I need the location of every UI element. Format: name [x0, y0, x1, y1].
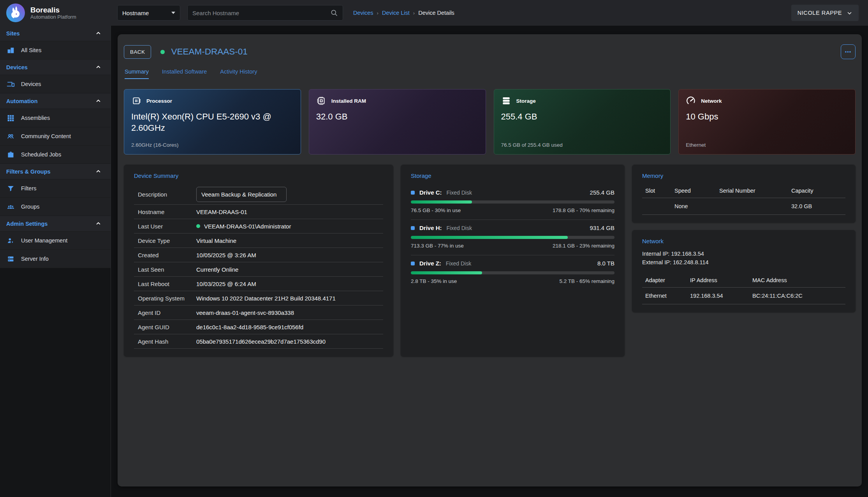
sidebar-item-server-info[interactable]: Server Info [0, 250, 111, 268]
back-button[interactable]: BACK [124, 45, 151, 59]
network-title: Network [642, 238, 845, 244]
stat-cards: Processor Intel(R) Xeon(R) CPU E5-2690 v… [124, 89, 856, 155]
breadcrumb-device-list[interactable]: Device List [382, 10, 410, 16]
adapter-mac: BC:24:11:CA:C6:2C [749, 288, 845, 304]
sidebar-item-label: Filters [21, 185, 36, 191]
cpu-icon [131, 96, 141, 106]
memory-serial [716, 198, 788, 215]
building-icon [6, 46, 15, 54]
stat-label: Processor [146, 98, 172, 104]
hostname-filter-label: Hostname [122, 10, 149, 16]
devices-icon [6, 80, 15, 88]
sidebar-item-scheduled-jobs[interactable]: Scheduled Jobs [0, 146, 111, 164]
sidebar-section-automation[interactable]: Automation [0, 93, 111, 109]
chevron-up-icon [95, 64, 101, 70]
ram-icon [316, 96, 326, 106]
search-box[interactable] [187, 5, 343, 21]
adapter-ip: 192.168.3.54 [687, 288, 749, 304]
search-icon[interactable] [330, 9, 338, 17]
people-icon [6, 132, 15, 140]
drive-progress-fill [411, 236, 568, 239]
drive-progress-fill [411, 271, 482, 274]
drive-used: 2.8 TB - 35% in use [411, 278, 457, 284]
user-menu[interactable]: NICOLE RAPPE [791, 5, 859, 21]
chevron-up-icon [95, 169, 101, 174]
processor-value: Intel(R) Xeon(R) CPU E5-2690 v3 @ 2.60GH… [131, 111, 294, 133]
external-ip: External IP: 162.248.8.114 [642, 258, 845, 267]
sidebar-item-filters[interactable]: Filters [0, 179, 111, 198]
groups-icon [6, 202, 15, 211]
sidebar-item-label: Scheduled Jobs [21, 151, 61, 158]
table-row: Agent ID veeam-draas-01-agent-svc-8930a3… [134, 306, 383, 320]
table-row: Last Reboot 10/03/2025 @ 6:24 AM [134, 277, 383, 291]
sidebar-item-label: Server Info [21, 256, 49, 262]
chevron-up-icon [95, 221, 101, 227]
online-status-dot [160, 50, 165, 54]
table-row: Last Seen Currently Online [134, 262, 383, 277]
sidebar-section-sites[interactable]: Sites [0, 26, 111, 41]
drive-progress-track [411, 236, 614, 239]
tab-installed-software[interactable]: Installed Software [162, 68, 207, 79]
sidebar-item-label: Devices [21, 81, 41, 87]
sidebar-item-devices[interactable]: Devices [0, 75, 111, 93]
drive-bullet-icon [411, 191, 415, 195]
installed-ram-card: Installed RAM 32.0 GB [309, 89, 486, 155]
device-details-card: BACK VEEAM-DRAAS-01 ••• Summary Installe… [118, 34, 862, 486]
page-title: VEEAM-DRAAS-01 [171, 47, 247, 57]
drive-remaining: 218.1 GB - 23% remaining [553, 243, 614, 249]
table-row: Created 10/05/2025 @ 3:26 AM [134, 248, 383, 262]
sidebar-item-label: User Management [21, 237, 67, 244]
sidebar-item-community-content[interactable]: Community Content [0, 127, 111, 146]
chevron-down-icon [847, 10, 852, 16]
tab-summary[interactable]: Summary [125, 68, 149, 79]
panels: Device Summary Description Hostname VEEA… [124, 165, 856, 357]
drive-remaining: 5.2 TB - 65% remaining [559, 278, 614, 284]
tabs: Summary Installed Software Activity Hist… [124, 68, 856, 79]
drive-used: 713.3 GB - 77% in use [411, 243, 464, 249]
more-actions-button[interactable]: ••• [841, 44, 856, 59]
brand: Borealis Automation Platform [0, 3, 111, 23]
storage-card: Storage 255.4 GB 76.5 GB of 255.4 GB use… [494, 89, 671, 155]
search-input[interactable] [192, 10, 330, 16]
description-input[interactable] [196, 187, 287, 202]
hostname-filter-select[interactable]: Hostname [117, 5, 180, 21]
column-header: Slot [642, 184, 671, 198]
sidebar-section-admin-settings[interactable]: Admin Settings [0, 216, 111, 232]
network-value: 10 Gbps [686, 111, 848, 123]
storage-sub: 76.5 GB of 255.4 GB used [501, 142, 664, 148]
breadcrumb-devices[interactable]: Devices [353, 10, 373, 16]
table-row: Last User VEEAM-DRAAS-01\Administrator [134, 219, 383, 234]
table-row: Agent Hash 05ba0e7935171d626ecea29b27d7a… [134, 334, 383, 349]
sidebar-section-filters-groups[interactable]: Filters & Groups [0, 164, 111, 179]
user-name: NICOLE RAPPE [798, 10, 842, 16]
drive-row-h: Drive H: Fixed Disk 931.4 GB 713.3 GB - … [411, 220, 614, 255]
column-header: Speed [671, 184, 716, 198]
drive-bullet-icon [411, 262, 415, 265]
stat-label: Storage [516, 98, 536, 104]
sidebar-section-devices[interactable]: Devices [0, 60, 111, 75]
breadcrumb-device-details: Device Details [418, 10, 454, 16]
brand-text: Borealis Automation Platform [30, 6, 76, 20]
drive-progress-fill [411, 200, 472, 204]
column-header: Serial Number [716, 184, 788, 198]
gauge-icon [686, 96, 696, 106]
table-row: Hostname VEEAM-DRAAS-01 [134, 205, 383, 219]
drive-progress-track [411, 200, 614, 204]
tab-activity-history[interactable]: Activity History [220, 68, 257, 79]
user-gear-icon [6, 236, 15, 245]
sidebar-item-user-management[interactable]: User Management [0, 232, 111, 250]
sidebar-item-all-sites[interactable]: All Sites [0, 41, 111, 60]
memory-capacity: 32.0 GB [788, 198, 845, 215]
sidebar-item-assemblies[interactable]: Assemblies [0, 109, 111, 127]
storage-value: 255.4 GB [501, 111, 664, 123]
sidebar-item-label: Groups [21, 204, 40, 210]
caret-down-icon [171, 12, 175, 14]
processor-sub: 2.60GHz (16-Cores) [131, 142, 294, 148]
brand-tagline: Automation Platform [30, 14, 76, 20]
sidebar-item-groups[interactable]: Groups [0, 198, 111, 216]
processor-card: Processor Intel(R) Xeon(R) CPU E5-2690 v… [124, 89, 301, 155]
memory-title: Memory [642, 172, 845, 179]
network-sub: Ethernet [686, 142, 848, 148]
page-header: BACK VEEAM-DRAAS-01 ••• [124, 41, 856, 59]
borealis-rabbit-logo-icon [5, 3, 26, 23]
